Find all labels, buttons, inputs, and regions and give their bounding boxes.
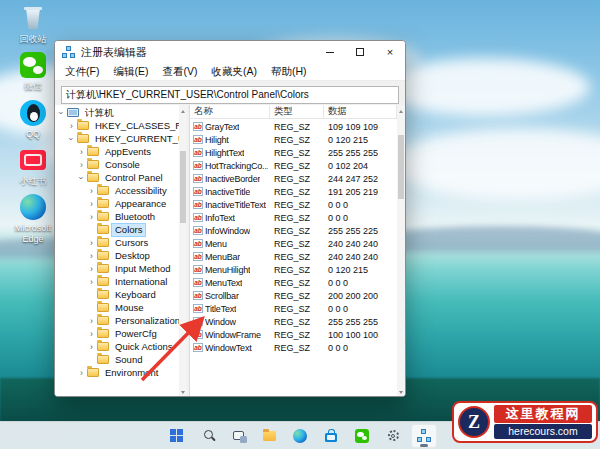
- start-button[interactable]: [163, 424, 189, 448]
- expand-chevron-icon[interactable]: [67, 134, 76, 144]
- value-type: REG_SZ: [270, 200, 324, 210]
- registry-value-row[interactable]: MenuText REG_SZ 0 0 0: [190, 276, 397, 289]
- expand-chevron-icon[interactable]: [87, 199, 96, 209]
- minimize-button[interactable]: [315, 41, 345, 63]
- file-explorer-button[interactable]: [256, 424, 282, 448]
- value-name: Menu: [205, 239, 227, 249]
- tree-item[interactable]: Environment: [55, 366, 179, 379]
- scroll-down-icon[interactable]: [397, 387, 405, 396]
- menu-item[interactable]: 帮助(H): [264, 65, 314, 79]
- tree-item[interactable]: Mouse: [55, 301, 179, 314]
- scrollbar-thumb[interactable]: [398, 135, 404, 199]
- tree-item[interactable]: Personalization: [55, 314, 179, 327]
- expand-chevron-icon[interactable]: [87, 316, 96, 326]
- tree-item-label: HKEY_CLASSES_ROOT: [92, 120, 179, 132]
- expand-chevron-icon[interactable]: [87, 238, 96, 248]
- registry-value-row[interactable]: HilightText REG_SZ 255 255 255: [190, 146, 397, 159]
- tree-item[interactable]: AppEvents: [55, 145, 179, 158]
- registry-value-row[interactable]: WindowText REG_SZ 0 0 0: [190, 341, 397, 354]
- settings-button[interactable]: [380, 424, 406, 448]
- maximize-button[interactable]: [345, 41, 375, 63]
- tree-item-label: PowerCfg: [112, 328, 160, 340]
- tree-item[interactable]: 计算机: [55, 106, 179, 119]
- close-button[interactable]: ×: [375, 41, 405, 63]
- edge-button[interactable]: [287, 424, 313, 448]
- address-bar[interactable]: [61, 86, 399, 104]
- expand-chevron-icon[interactable]: [77, 173, 86, 183]
- tree-item[interactable]: HKEY_CLASSES_ROOT: [55, 119, 179, 132]
- scroll-up-icon[interactable]: [179, 105, 187, 114]
- watermark: Z 这里教程网 herecours.com: [452, 401, 598, 443]
- column-header-data[interactable]: 数据: [324, 105, 397, 118]
- menu-item[interactable]: 收藏夹(A): [204, 65, 264, 79]
- tree-item[interactable]: HKEY_CURRENT_USER: [55, 132, 179, 145]
- tree-item[interactable]: Colors: [55, 223, 179, 236]
- tree-scrollbar[interactable]: [179, 105, 187, 396]
- registry-value-row[interactable]: InactiveBorder REG_SZ 244 247 252: [190, 172, 397, 185]
- tree-item[interactable]: Appearance: [55, 197, 179, 210]
- tree-item[interactable]: International: [55, 275, 179, 288]
- tree-item[interactable]: PowerCfg: [55, 327, 179, 340]
- expand-chevron-icon[interactable]: [87, 342, 96, 352]
- value-data: 0 0 0: [324, 343, 397, 353]
- menu-item[interactable]: 编辑(E): [106, 65, 155, 79]
- tree-item[interactable]: Quick Actions: [55, 340, 179, 353]
- expand-chevron-icon[interactable]: [87, 212, 96, 222]
- registry-value-row[interactable]: InfoText REG_SZ 0 0 0: [190, 211, 397, 224]
- tree-item[interactable]: Keyboard: [55, 288, 179, 301]
- expand-chevron-icon[interactable]: [87, 277, 96, 287]
- registry-value-row[interactable]: Menu REG_SZ 240 240 240: [190, 237, 397, 250]
- search-icon: [204, 430, 213, 439]
- tree-item[interactable]: Desktop: [55, 249, 179, 262]
- list-header[interactable]: 名称 类型 数据: [190, 105, 397, 119]
- scroll-down-icon[interactable]: [179, 387, 187, 396]
- window-titlebar[interactable]: 注册表编辑器 ×: [55, 41, 405, 63]
- registry-value-row[interactable]: GrayText REG_SZ 109 109 109: [190, 120, 397, 133]
- registry-value-row[interactable]: TitleText REG_SZ 0 0 0: [190, 302, 397, 315]
- list-scrollbar[interactable]: [397, 105, 405, 396]
- tree-item[interactable]: Accessibility: [55, 184, 179, 197]
- registry-value-row[interactable]: Window REG_SZ 255 255 255: [190, 315, 397, 328]
- wechat-taskbar-button[interactable]: [349, 424, 375, 448]
- tree-item[interactable]: Control Panel: [55, 171, 179, 184]
- menu-item[interactable]: 查看(V): [155, 65, 204, 79]
- registry-value-row[interactable]: WindowFrame REG_SZ 100 100 100: [190, 328, 397, 341]
- expand-chevron-icon[interactable]: [57, 108, 66, 118]
- expand-chevron-icon[interactable]: [87, 251, 96, 261]
- tree-item[interactable]: Console: [55, 158, 179, 171]
- expand-chevron-icon[interactable]: [87, 264, 96, 274]
- expand-chevron-icon[interactable]: [77, 368, 86, 378]
- task-view-button[interactable]: [225, 424, 251, 448]
- scrollbar-thumb[interactable]: [180, 151, 186, 223]
- tree-item[interactable]: Cursors: [55, 236, 179, 249]
- registry-value-row[interactable]: Scrollbar REG_SZ 200 200 200: [190, 289, 397, 302]
- registry-value-row[interactable]: Hilight REG_SZ 0 120 215: [190, 133, 397, 146]
- regedit-taskbar-button[interactable]: [411, 424, 437, 448]
- tree-item[interactable]: Bluetooth: [55, 210, 179, 223]
- tree-item[interactable]: Input Method: [55, 262, 179, 275]
- expand-chevron-icon[interactable]: [77, 160, 86, 170]
- desktop-icon-recycle-bin[interactable]: 回收站: [2, 4, 64, 44]
- expand-chevron-icon[interactable]: [87, 186, 96, 196]
- wechat-icon: [20, 52, 46, 78]
- menu-item[interactable]: 文件(F): [58, 65, 106, 79]
- tree-item[interactable]: Sound: [55, 353, 179, 366]
- value-type: REG_SZ: [270, 278, 324, 288]
- expand-chevron-icon[interactable]: [87, 329, 96, 339]
- tree-item-label: Colors: [112, 224, 145, 236]
- reg-sz-icon: [193, 213, 203, 222]
- column-header-name[interactable]: 名称: [190, 105, 270, 118]
- registry-value-row[interactable]: MenuBar REG_SZ 240 240 240: [190, 250, 397, 263]
- column-header-type[interactable]: 类型: [270, 105, 324, 118]
- registry-value-row[interactable]: InactiveTitleText REG_SZ 0 0 0: [190, 198, 397, 211]
- store-button[interactable]: [318, 424, 344, 448]
- search-button[interactable]: [194, 424, 220, 448]
- expand-chevron-icon[interactable]: [67, 121, 76, 131]
- expand-chevron-icon[interactable]: [77, 147, 86, 157]
- registry-value-row[interactable]: InfoWindow REG_SZ 255 255 225: [190, 224, 397, 237]
- scroll-up-icon[interactable]: [397, 105, 405, 114]
- start-icon: [170, 429, 183, 442]
- registry-value-row[interactable]: InactiveTitle REG_SZ 191 205 219: [190, 185, 397, 198]
- registry-value-row[interactable]: HotTrackingCo... REG_SZ 0 102 204: [190, 159, 397, 172]
- registry-value-row[interactable]: MenuHilight REG_SZ 0 120 215: [190, 263, 397, 276]
